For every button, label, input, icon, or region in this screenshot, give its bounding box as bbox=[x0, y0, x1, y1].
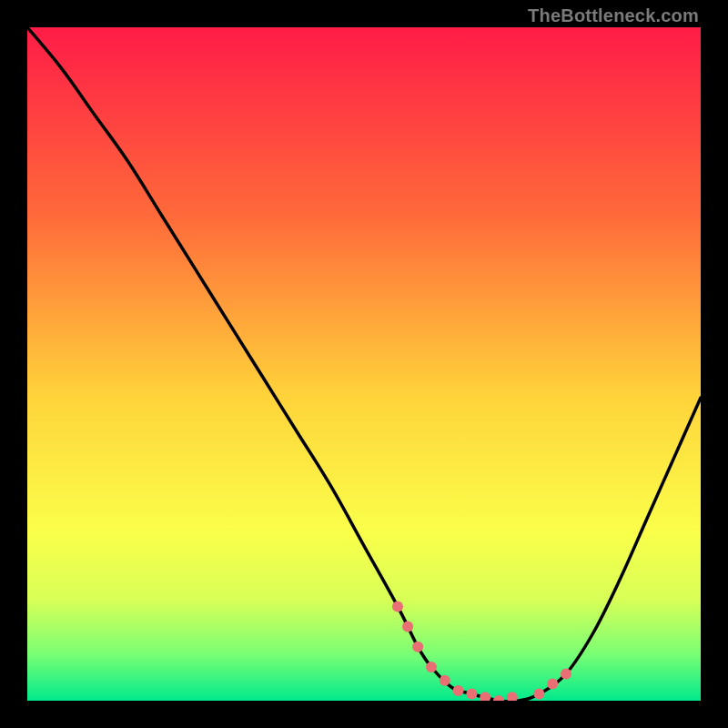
bottleneck-curve bbox=[27, 27, 701, 701]
chart-frame bbox=[27, 27, 701, 701]
attribution-label: TheBottleneck.com bbox=[528, 5, 699, 26]
highlight-point bbox=[493, 695, 504, 701]
highlight-point bbox=[533, 689, 544, 700]
highlight-point bbox=[547, 679, 558, 690]
highlight-point bbox=[480, 692, 490, 701]
highlight-point bbox=[453, 685, 464, 696]
highlight-point bbox=[440, 675, 450, 686]
highlight-point bbox=[402, 622, 413, 632]
highlight-point bbox=[426, 662, 437, 672]
highlight-point bbox=[466, 689, 477, 700]
chart-plot bbox=[27, 27, 701, 701]
highlight-point bbox=[561, 668, 571, 679]
highlight-point bbox=[412, 642, 423, 652]
highlight-point bbox=[507, 692, 518, 701]
highlight-points bbox=[392, 601, 571, 701]
highlight-point bbox=[392, 601, 403, 612]
